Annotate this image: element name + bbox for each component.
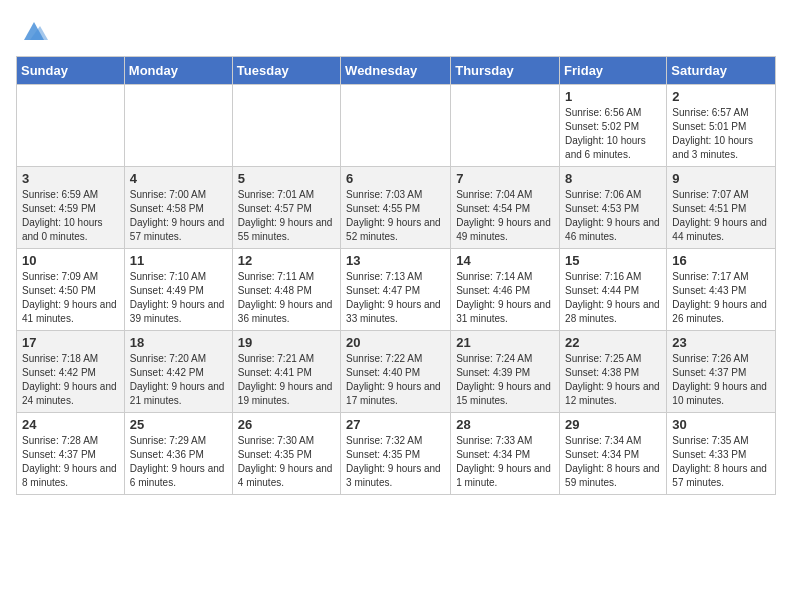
day-number: 13	[346, 253, 445, 268]
day-number: 2	[672, 89, 770, 104]
calendar-cell: 23Sunrise: 7:26 AM Sunset: 4:37 PM Dayli…	[667, 331, 776, 413]
day-info: Sunrise: 7:04 AM Sunset: 4:54 PM Dayligh…	[456, 188, 554, 244]
calendar-header-tuesday: Tuesday	[232, 57, 340, 85]
day-info: Sunrise: 7:24 AM Sunset: 4:39 PM Dayligh…	[456, 352, 554, 408]
calendar-cell: 19Sunrise: 7:21 AM Sunset: 4:41 PM Dayli…	[232, 331, 340, 413]
calendar-cell: 10Sunrise: 7:09 AM Sunset: 4:50 PM Dayli…	[17, 249, 125, 331]
calendar-cell: 4Sunrise: 7:00 AM Sunset: 4:58 PM Daylig…	[124, 167, 232, 249]
calendar-cell: 14Sunrise: 7:14 AM Sunset: 4:46 PM Dayli…	[451, 249, 560, 331]
day-info: Sunrise: 7:22 AM Sunset: 4:40 PM Dayligh…	[346, 352, 445, 408]
day-info: Sunrise: 7:14 AM Sunset: 4:46 PM Dayligh…	[456, 270, 554, 326]
calendar-cell: 28Sunrise: 7:33 AM Sunset: 4:34 PM Dayli…	[451, 413, 560, 495]
day-number: 19	[238, 335, 335, 350]
day-info: Sunrise: 7:28 AM Sunset: 4:37 PM Dayligh…	[22, 434, 119, 490]
day-info: Sunrise: 7:10 AM Sunset: 4:49 PM Dayligh…	[130, 270, 227, 326]
calendar-cell: 24Sunrise: 7:28 AM Sunset: 4:37 PM Dayli…	[17, 413, 125, 495]
calendar-header-thursday: Thursday	[451, 57, 560, 85]
day-number: 23	[672, 335, 770, 350]
day-number: 1	[565, 89, 661, 104]
calendar-week-row: 1Sunrise: 6:56 AM Sunset: 5:02 PM Daylig…	[17, 85, 776, 167]
calendar-week-row: 17Sunrise: 7:18 AM Sunset: 4:42 PM Dayli…	[17, 331, 776, 413]
logo-icon	[20, 16, 48, 44]
calendar-cell: 6Sunrise: 7:03 AM Sunset: 4:55 PM Daylig…	[341, 167, 451, 249]
calendar-cell: 21Sunrise: 7:24 AM Sunset: 4:39 PM Dayli…	[451, 331, 560, 413]
day-number: 10	[22, 253, 119, 268]
day-number: 21	[456, 335, 554, 350]
calendar-cell: 1Sunrise: 6:56 AM Sunset: 5:02 PM Daylig…	[560, 85, 667, 167]
day-number: 16	[672, 253, 770, 268]
day-info: Sunrise: 7:34 AM Sunset: 4:34 PM Dayligh…	[565, 434, 661, 490]
calendar-cell: 16Sunrise: 7:17 AM Sunset: 4:43 PM Dayli…	[667, 249, 776, 331]
day-info: Sunrise: 6:56 AM Sunset: 5:02 PM Dayligh…	[565, 106, 661, 162]
day-info: Sunrise: 7:01 AM Sunset: 4:57 PM Dayligh…	[238, 188, 335, 244]
day-number: 30	[672, 417, 770, 432]
calendar-header-sunday: Sunday	[17, 57, 125, 85]
calendar-cell: 25Sunrise: 7:29 AM Sunset: 4:36 PM Dayli…	[124, 413, 232, 495]
day-number: 8	[565, 171, 661, 186]
calendar-header-monday: Monday	[124, 57, 232, 85]
day-info: Sunrise: 6:57 AM Sunset: 5:01 PM Dayligh…	[672, 106, 770, 162]
logo	[16, 16, 48, 44]
day-info: Sunrise: 7:17 AM Sunset: 4:43 PM Dayligh…	[672, 270, 770, 326]
page-header	[16, 16, 776, 44]
day-number: 26	[238, 417, 335, 432]
day-info: Sunrise: 7:07 AM Sunset: 4:51 PM Dayligh…	[672, 188, 770, 244]
calendar-cell: 7Sunrise: 7:04 AM Sunset: 4:54 PM Daylig…	[451, 167, 560, 249]
day-number: 28	[456, 417, 554, 432]
day-number: 3	[22, 171, 119, 186]
day-number: 22	[565, 335, 661, 350]
day-number: 7	[456, 171, 554, 186]
day-number: 6	[346, 171, 445, 186]
day-info: Sunrise: 7:32 AM Sunset: 4:35 PM Dayligh…	[346, 434, 445, 490]
calendar-week-row: 10Sunrise: 7:09 AM Sunset: 4:50 PM Dayli…	[17, 249, 776, 331]
calendar-cell: 29Sunrise: 7:34 AM Sunset: 4:34 PM Dayli…	[560, 413, 667, 495]
calendar-cell	[124, 85, 232, 167]
calendar-cell: 13Sunrise: 7:13 AM Sunset: 4:47 PM Dayli…	[341, 249, 451, 331]
calendar-header-row: SundayMondayTuesdayWednesdayThursdayFrid…	[17, 57, 776, 85]
calendar-cell: 30Sunrise: 7:35 AM Sunset: 4:33 PM Dayli…	[667, 413, 776, 495]
day-info: Sunrise: 7:13 AM Sunset: 4:47 PM Dayligh…	[346, 270, 445, 326]
day-info: Sunrise: 7:26 AM Sunset: 4:37 PM Dayligh…	[672, 352, 770, 408]
calendar-cell: 15Sunrise: 7:16 AM Sunset: 4:44 PM Dayli…	[560, 249, 667, 331]
calendar-header-friday: Friday	[560, 57, 667, 85]
day-number: 20	[346, 335, 445, 350]
day-number: 27	[346, 417, 445, 432]
day-info: Sunrise: 7:16 AM Sunset: 4:44 PM Dayligh…	[565, 270, 661, 326]
day-info: Sunrise: 7:03 AM Sunset: 4:55 PM Dayligh…	[346, 188, 445, 244]
day-number: 11	[130, 253, 227, 268]
calendar-cell: 2Sunrise: 6:57 AM Sunset: 5:01 PM Daylig…	[667, 85, 776, 167]
calendar-cell: 27Sunrise: 7:32 AM Sunset: 4:35 PM Dayli…	[341, 413, 451, 495]
day-number: 14	[456, 253, 554, 268]
calendar-cell: 12Sunrise: 7:11 AM Sunset: 4:48 PM Dayli…	[232, 249, 340, 331]
calendar-week-row: 3Sunrise: 6:59 AM Sunset: 4:59 PM Daylig…	[17, 167, 776, 249]
calendar-cell: 20Sunrise: 7:22 AM Sunset: 4:40 PM Dayli…	[341, 331, 451, 413]
calendar-cell: 3Sunrise: 6:59 AM Sunset: 4:59 PM Daylig…	[17, 167, 125, 249]
calendar-cell: 18Sunrise: 7:20 AM Sunset: 4:42 PM Dayli…	[124, 331, 232, 413]
day-info: Sunrise: 6:59 AM Sunset: 4:59 PM Dayligh…	[22, 188, 119, 244]
calendar-cell	[232, 85, 340, 167]
calendar-header-wednesday: Wednesday	[341, 57, 451, 85]
day-info: Sunrise: 7:09 AM Sunset: 4:50 PM Dayligh…	[22, 270, 119, 326]
day-info: Sunrise: 7:35 AM Sunset: 4:33 PM Dayligh…	[672, 434, 770, 490]
day-info: Sunrise: 7:11 AM Sunset: 4:48 PM Dayligh…	[238, 270, 335, 326]
calendar-cell: 11Sunrise: 7:10 AM Sunset: 4:49 PM Dayli…	[124, 249, 232, 331]
day-number: 15	[565, 253, 661, 268]
day-info: Sunrise: 7:25 AM Sunset: 4:38 PM Dayligh…	[565, 352, 661, 408]
day-number: 5	[238, 171, 335, 186]
day-number: 18	[130, 335, 227, 350]
calendar-cell: 9Sunrise: 7:07 AM Sunset: 4:51 PM Daylig…	[667, 167, 776, 249]
day-info: Sunrise: 7:30 AM Sunset: 4:35 PM Dayligh…	[238, 434, 335, 490]
calendar-cell: 17Sunrise: 7:18 AM Sunset: 4:42 PM Dayli…	[17, 331, 125, 413]
calendar-cell: 5Sunrise: 7:01 AM Sunset: 4:57 PM Daylig…	[232, 167, 340, 249]
day-number: 25	[130, 417, 227, 432]
day-number: 12	[238, 253, 335, 268]
calendar-cell: 26Sunrise: 7:30 AM Sunset: 4:35 PM Dayli…	[232, 413, 340, 495]
day-info: Sunrise: 7:06 AM Sunset: 4:53 PM Dayligh…	[565, 188, 661, 244]
day-info: Sunrise: 7:18 AM Sunset: 4:42 PM Dayligh…	[22, 352, 119, 408]
day-info: Sunrise: 7:29 AM Sunset: 4:36 PM Dayligh…	[130, 434, 227, 490]
calendar-cell	[451, 85, 560, 167]
calendar-cell	[17, 85, 125, 167]
day-info: Sunrise: 7:20 AM Sunset: 4:42 PM Dayligh…	[130, 352, 227, 408]
calendar-table: SundayMondayTuesdayWednesdayThursdayFrid…	[16, 56, 776, 495]
day-info: Sunrise: 7:33 AM Sunset: 4:34 PM Dayligh…	[456, 434, 554, 490]
